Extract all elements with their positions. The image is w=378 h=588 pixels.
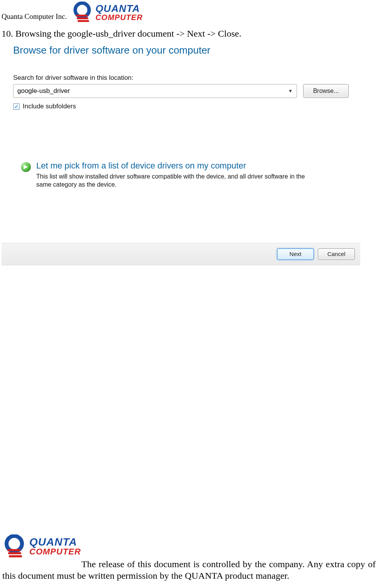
browse-button[interactable]: Browse... — [303, 84, 349, 98]
check-icon: ✓ — [14, 104, 19, 109]
dialog-title: Browse for driver software on your compu… — [2, 41, 360, 62]
quanta-logo-icon — [71, 2, 93, 23]
footer-logo-text: QUANTA COMPUTER — [29, 537, 81, 556]
footer-logo-computer: COMPUTER — [29, 548, 81, 556]
pick-option-title: Let me pick from a list of device driver… — [36, 160, 314, 172]
document-footer: QUANTA COMPUTER The release of this docu… — [0, 534, 378, 582]
pick-option-description: This list will show installed driver sof… — [36, 172, 314, 189]
chevron-down-icon: ▼ — [288, 88, 293, 94]
driver-browse-dialog: Browse for driver software on your compu… — [2, 41, 360, 265]
svg-rect-5 — [7, 549, 20, 551]
svg-rect-2 — [77, 17, 88, 19]
logo-word-computer: COMPUTER — [95, 13, 142, 21]
footer-logo-icon — [2, 534, 26, 558]
footer-logo-quanta: QUANTA — [29, 537, 81, 548]
step-instruction: 10. Browsing the google-usb_driver docum… — [0, 25, 378, 41]
company-name: Quanta Computer Inc. — [2, 12, 67, 23]
quanta-logo-text: QUANTA COMPUTER — [95, 3, 142, 21]
arrow-right-icon — [21, 162, 31, 172]
cancel-button[interactable]: Cancel — [318, 248, 355, 260]
pick-from-list-option[interactable]: Let me pick from a list of device driver… — [13, 110, 349, 189]
footer-disclaimer: The release of this document is controll… — [2, 558, 376, 582]
svg-rect-6 — [8, 552, 21, 554]
document-header: Quanta Computer Inc. QUANTA COMPUTER — [0, 0, 378, 25]
driver-path-value: google-usb_driver — [17, 87, 70, 95]
include-subfolders-label: Include subfolders — [23, 103, 76, 110]
quanta-logo: QUANTA COMPUTER — [71, 2, 142, 23]
svg-rect-3 — [78, 20, 89, 22]
include-subfolders-checkbox[interactable]: ✓ — [13, 103, 20, 110]
logo-word-quanta: QUANTA — [95, 3, 142, 13]
driver-path-combobox[interactable]: google-usb_driver ▼ — [13, 84, 297, 98]
svg-rect-1 — [76, 15, 88, 17]
next-button[interactable]: Next — [277, 248, 314, 260]
dialog-footer: Next Cancel — [2, 243, 360, 265]
search-location-label: Search for driver software in this locat… — [13, 74, 349, 82]
svg-rect-7 — [9, 555, 22, 558]
footer-line1: The release of this document is controll… — [81, 559, 344, 569]
